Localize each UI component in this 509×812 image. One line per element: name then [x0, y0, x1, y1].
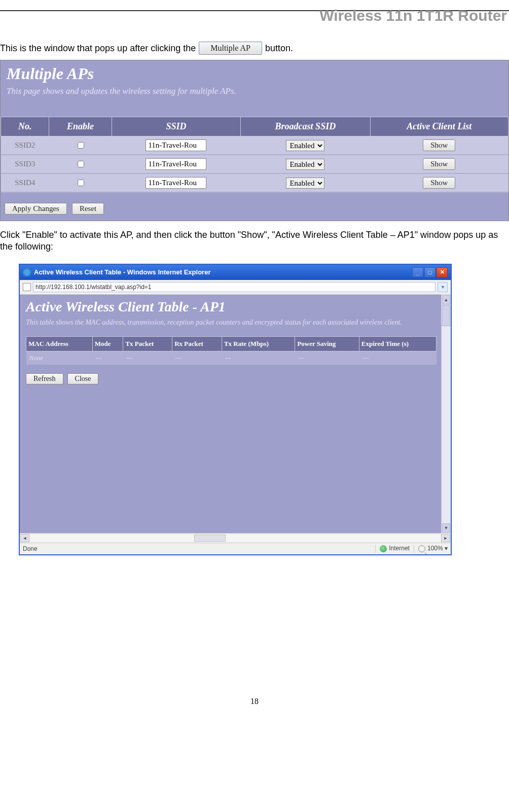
close-page-button[interactable]: Close — [67, 373, 99, 384]
scroll-down-icon[interactable]: ▼ — [442, 523, 450, 533]
scroll-right-icon[interactable]: ► — [441, 534, 450, 542]
th-rate: Tx Rate (Mbps) — [222, 336, 295, 351]
th-rx: Rx Packet — [172, 336, 222, 351]
intro-before: This is the window that pops up after cl… — [0, 43, 196, 54]
table-row: None --- --- --- --- --- --- — [26, 351, 437, 365]
bcast-select[interactable]: Enabled — [286, 178, 324, 189]
intro-text: This is the window that pops up after cl… — [0, 26, 509, 60]
intro-after: button. — [265, 43, 293, 54]
hscroll-thumb[interactable] — [194, 535, 226, 542]
bcast-select[interactable]: Enabled — [286, 140, 324, 151]
vertical-scrollbar[interactable]: ▲ ▼ — [441, 295, 451, 533]
ssid-input[interactable] — [146, 177, 206, 189]
client-table: MAC Address Mode Tx Packet Rx Packet Tx … — [26, 336, 437, 365]
th-enable: Enable — [49, 117, 112, 136]
cell: --- — [92, 351, 123, 365]
page-icon — [23, 283, 31, 291]
status-zoom: 100% — [427, 545, 443, 552]
show-button[interactable]: Show — [423, 177, 455, 189]
show-button[interactable]: Show — [423, 139, 455, 151]
reset-button[interactable]: Reset — [72, 203, 104, 215]
scroll-thumb[interactable] — [442, 305, 450, 326]
th-active: Active Client List — [370, 117, 508, 136]
table-row: SSID4 Enabled Show — [1, 173, 508, 192]
multiple-aps-desc: This page shows and updates the wireless… — [1, 84, 508, 117]
ap-table: No. Enable SSID Broadcast SSID Active Cl… — [1, 117, 508, 193]
th-power: Power Saving — [295, 336, 359, 351]
globe-icon — [380, 545, 387, 552]
client-table-desc: This table shows the MAC address, transm… — [20, 317, 451, 336]
th-expired: Expired Time (s) — [359, 336, 436, 351]
scroll-up-icon[interactable]: ▲ — [442, 295, 450, 304]
enable-checkbox[interactable] — [78, 142, 84, 149]
th-mac: MAC Address — [26, 336, 93, 351]
cell: --- — [359, 351, 436, 365]
th-no: No. — [1, 117, 49, 136]
cell: --- — [172, 351, 222, 365]
show-button[interactable]: Show — [423, 158, 455, 170]
refresh-button[interactable]: Refresh — [26, 373, 63, 384]
th-bcast: Broadcast SSID — [241, 117, 370, 136]
table-row: SSID3 Enabled Show — [1, 155, 508, 173]
th-ssid: SSID — [112, 117, 240, 136]
horizontal-scrollbar[interactable]: ◄ ► — [20, 533, 451, 543]
enable-checkbox[interactable] — [78, 180, 84, 186]
table-row: SSID2 Enabled Show — [1, 136, 508, 155]
cell: --- — [295, 351, 359, 365]
multiple-aps-title: Multiple APs — [1, 60, 508, 84]
row-no: SSID2 — [1, 136, 49, 155]
cell: None — [26, 351, 93, 365]
url-field[interactable]: http://192.168.100.1/wlstatbl_vap.asp?id… — [33, 282, 435, 292]
ie-window-screenshot: Active Wireless Client Table - Windows I… — [19, 264, 451, 555]
row-no: SSID3 — [1, 155, 49, 173]
enable-checkbox[interactable] — [78, 161, 84, 167]
minimize-button[interactable]: _ — [412, 267, 423, 277]
url-dropdown-icon[interactable]: ▾ — [438, 282, 448, 292]
page-title: Wireless 11n 1T1R Router — [0, 7, 509, 26]
ie-title-text: Active Wireless Client Table - Windows I… — [34, 268, 210, 276]
th-mode: Mode — [92, 336, 123, 351]
zoom-icon — [418, 545, 425, 552]
cell: --- — [222, 351, 295, 365]
ie-icon — [23, 268, 31, 276]
multiple-aps-screenshot: Multiple APs This page shows and updates… — [0, 60, 509, 221]
status-done: Done — [23, 545, 371, 552]
hscroll-track[interactable] — [30, 535, 441, 542]
ie-addressbar: http://192.168.100.1/wlstatbl_vap.asp?id… — [20, 280, 451, 295]
ie-body: Active Wireless Client Table - AP1 This … — [20, 295, 451, 533]
cell: --- — [123, 351, 172, 365]
ssid-input[interactable] — [146, 139, 206, 151]
status-zone: Internet — [389, 545, 410, 552]
close-button[interactable]: ✕ — [437, 267, 448, 277]
multiple-ap-button[interactable]: Multiple AP — [199, 42, 262, 55]
client-table-title: Active Wireless Client Table - AP1 — [20, 295, 451, 317]
th-tx: Tx Packet — [123, 336, 172, 351]
apply-changes-button[interactable]: Apply Changes — [5, 203, 67, 215]
bcast-select[interactable]: Enabled — [286, 159, 324, 170]
scroll-left-icon[interactable]: ◄ — [20, 534, 29, 542]
page-number: 18 — [0, 555, 509, 716]
ssid-input[interactable] — [146, 158, 206, 170]
paragraph-2: Click "Enable" to activate this AP, and … — [0, 221, 509, 259]
ie-titlebar: Active Wireless Client Table - Windows I… — [20, 265, 451, 280]
row-no: SSID4 — [1, 173, 49, 192]
ie-statusbar: Done Internet 100% ▾ — [20, 543, 451, 554]
maximize-button[interactable]: □ — [424, 267, 435, 277]
